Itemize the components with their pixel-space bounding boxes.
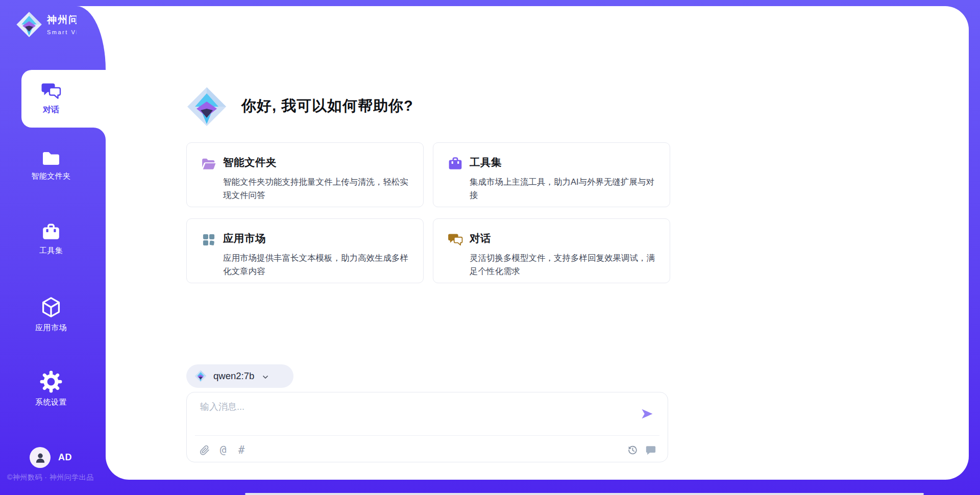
bubble-icon[interactable] xyxy=(645,444,656,456)
message-input[interactable]: 输入消息... xyxy=(200,401,627,431)
card-app-market[interactable]: 应用市场 应用市场提供丰富长文本模板，助力高效生成多样化文章内容 xyxy=(186,218,424,283)
composer-divider xyxy=(195,435,659,436)
history-icon[interactable] xyxy=(627,444,638,456)
sidebar-item-label: 智能文件夹 xyxy=(31,171,71,181)
user-initials: AD xyxy=(58,452,72,463)
card-toolbox[interactable]: 工具集 集成市场上主流工具，助力AI与外界无缝扩展与对接 xyxy=(433,142,670,207)
mention-icon[interactable]: @ xyxy=(217,444,229,456)
toolbox-icon xyxy=(448,157,463,171)
message-composer: 输入消息... @ # xyxy=(186,392,668,462)
card-chat[interactable]: 对话 灵活切换多模型文件，支持多样回复效果调试，满足个性化需求 xyxy=(433,218,670,283)
composer-toolbar: @ # xyxy=(199,441,656,459)
user-profile[interactable]: AD xyxy=(30,447,72,468)
cube-icon xyxy=(40,296,62,318)
sidebar-item-label: 应用市场 xyxy=(35,323,67,333)
sidebar-item-label: 系统设置 xyxy=(35,398,67,407)
card-title: 工具集 xyxy=(470,155,658,169)
model-name: qwen2:7b xyxy=(213,370,254,382)
card-description: 集成市场上主流工具，助力AI与外界无缝扩展与对接 xyxy=(470,175,658,202)
brand-logo-icon xyxy=(16,11,42,38)
main-panel: 你好, 我可以如何帮助你? 智能文件夹 智能文件夹功能支持批量文件上传与清洗，轻… xyxy=(106,6,969,480)
window-bottom-edge xyxy=(245,493,924,495)
send-icon[interactable] xyxy=(640,407,654,421)
folder-icon xyxy=(41,150,61,167)
gear-icon xyxy=(40,370,62,393)
card-smart-folder[interactable]: 智能文件夹 智能文件夹功能支持批量文件上传与清洗，轻松实现文件问答 xyxy=(186,142,424,207)
greeting-title: 你好, 我可以如何帮助你? xyxy=(241,96,413,116)
toolbox-icon xyxy=(41,223,61,241)
card-title: 应用市场 xyxy=(223,231,412,245)
chevron-down-icon xyxy=(261,373,270,381)
active-tab-flare-bottom xyxy=(93,128,106,140)
active-tab-flare-top xyxy=(77,6,106,70)
assistant-logo-icon xyxy=(186,86,227,127)
card-description: 灵活切换多模型文件，支持多样回复效果调试，满足个性化需求 xyxy=(470,251,658,278)
card-description: 应用市场提供丰富长文本模板，助力高效生成多样化文章内容 xyxy=(223,251,412,278)
sidebar-item-toolbox[interactable]: 工具集 xyxy=(15,223,87,256)
model-selector[interactable]: qwen2:7b xyxy=(186,364,293,388)
copyright: ©神州数码 · 神州问学出品 xyxy=(7,473,94,482)
app-root: { "brand": { "name": "神州问学", "subtitle":… xyxy=(0,0,980,495)
folder-open-icon xyxy=(201,157,216,171)
card-title: 智能文件夹 xyxy=(223,155,412,169)
sidebar-item-app-market[interactable]: 应用市场 xyxy=(15,296,87,333)
model-logo-icon xyxy=(194,370,207,382)
paperclip-icon[interactable] xyxy=(199,444,210,456)
chat-icon xyxy=(41,83,61,100)
hash-icon[interactable]: # xyxy=(236,444,247,456)
sidebar-item-smart-folder[interactable]: 智能文件夹 xyxy=(15,150,87,181)
sidebar-item-label: 对话 xyxy=(43,105,59,115)
sidebar-item-chat[interactable]: 对话 xyxy=(21,70,106,128)
avatar xyxy=(30,447,51,468)
chat-icon xyxy=(448,233,463,247)
card-title: 对话 xyxy=(470,231,658,245)
sidebar-item-settings[interactable]: 系统设置 xyxy=(15,370,87,407)
feature-cards: 智能文件夹 智能文件夹功能支持批量文件上传与清洗，轻松实现文件问答 工具集 集成… xyxy=(186,142,670,283)
person-icon xyxy=(34,451,47,464)
sidebar-item-label: 工具集 xyxy=(39,246,63,256)
grid-icon xyxy=(201,233,216,247)
greeting-block: 你好, 我可以如何帮助你? xyxy=(186,83,413,130)
card-description: 智能文件夹功能支持批量文件上传与清洗，轻松实现文件问答 xyxy=(223,175,412,202)
